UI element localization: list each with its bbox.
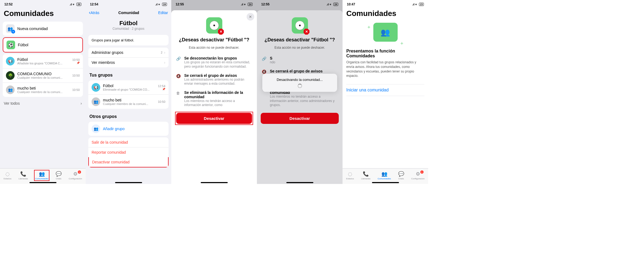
group-name: Fútbol [17, 57, 71, 62]
confirm-modal-dimmed: ✕ ¿Deseas desactivar "Fútbol "? Esta acc… [257, 10, 343, 184]
toast-text: Desactivando la comunidad... [266, 78, 333, 82]
group-time: 10:50 [72, 74, 80, 77]
phone-icon: 📞 [20, 171, 26, 177]
status-icons: .ıl ᯤ 26 [70, 3, 81, 6]
tab-llamadas[interactable]: 📞Llamadas [361, 171, 371, 180]
confirm-modal: ✕ ✕ ¿Deseas desactivar "Fútbol "? Esta a… [171, 10, 257, 184]
your-groups-list: 📢 FútbolEliminaste el grupo "COMIDA CO..… [88, 80, 169, 109]
community-item[interactable]: ⚽ Fútbol [3, 37, 83, 52]
group-sub: Cualquier miembro de la comuni... [17, 76, 71, 79]
community-subtitle: Comunidad · 2 grupos [88, 27, 169, 31]
sparkle-icon: ✦ [400, 41, 404, 47]
status-icons: .ıl ᯤ 24 [241, 3, 253, 6]
add-group-card[interactable]: 👥 Añadir grupo [88, 122, 169, 136]
tab-estados[interactable]: ◌Estados [4, 171, 11, 180]
home-indicator [286, 182, 313, 183]
gear-icon: ⚙ [73, 171, 78, 177]
list-item[interactable]: 🌳 COMIDA COMUNIOCualquier miembro de la … [3, 68, 83, 83]
time: 12:55 [261, 2, 270, 6]
list-item[interactable]: 📢 FútbolAñadiste los grupos "COMIDA C...… [3, 54, 83, 68]
chevron-right-icon: › [164, 50, 165, 55]
highlight-frame: Desactivar [175, 112, 253, 125]
add-group-label: Añadir grupo [103, 127, 165, 131]
football-icon [210, 21, 219, 30]
sparkle-icon: ✦ [367, 24, 371, 30]
new-community-label: Nueva comunidad [17, 27, 80, 31]
battery-icon: 24 [333, 3, 338, 6]
close-button[interactable]: ✕ [247, 13, 254, 21]
battery-icon: 24 [162, 3, 167, 6]
phone-icon: 📞 [363, 171, 369, 177]
status-bar: 12:52 .ıl ᯤ 26 [0, 0, 86, 8]
trash-icon: 🗑 [176, 90, 182, 107]
edit-button[interactable]: Editar [158, 11, 168, 15]
chat-icon: 💬 [398, 171, 404, 177]
deactivate-button[interactable]: Desactivar comunidad [88, 157, 169, 167]
admin-count: 2 [161, 51, 162, 54]
tab-estados[interactable]: ◌Estados [346, 171, 354, 180]
group-time: 12:54 [158, 84, 165, 88]
start-community-button[interactable]: Iniciar una comunidad [346, 88, 389, 92]
remove-badge-icon: ✕ [218, 29, 224, 35]
remove-badge-icon: ✕ [304, 29, 310, 35]
see-all-button[interactable]: Ver todos› [0, 98, 86, 108]
info-disconnect: 🔗Sndo [261, 54, 339, 67]
chat-icon: 💬 [56, 171, 62, 177]
new-community-card[interactable]: 👥+ Nueva comunidad [3, 22, 83, 36]
group-avatar: 👥 [92, 97, 100, 106]
page-title: Comunidades [0, 8, 86, 20]
group-time: 10:50 [72, 58, 80, 61]
status-icons: .ıl ᯤ 23 [412, 3, 424, 6]
report-button[interactable]: Reportar comunidad [88, 147, 169, 157]
tab-chats[interactable]: 💬Chats [398, 171, 404, 180]
community-plus-icon: 👥+ [6, 24, 15, 33]
battery-icon: 26 [76, 3, 81, 6]
list-item[interactable]: 📢 FútbolEliminaste el grupo "COMIDA CO..… [88, 80, 169, 94]
deactivate-confirm-button[interactable]: Desactivar [176, 113, 252, 124]
screen-community-detail: 12:54 .ıl ᯤ 24 ‹ Atrás Comunidad Editar … [86, 0, 171, 184]
pin-icon: 📌 [158, 88, 165, 91]
badge: 1 [78, 170, 81, 174]
back-button[interactable]: ‹ Atrás [89, 10, 99, 15]
tab-bar: ◌Estados 📞Llamadas 👥Comunidades 💬Chats ⚙… [0, 168, 86, 184]
unlink-icon: 🔗 [176, 56, 182, 69]
view-members-button[interactable]: Ver miembros › [88, 57, 169, 67]
group-time: 10:50 [158, 100, 165, 103]
page-title: Comunidades [343, 8, 428, 20]
tab-chats[interactable]: 💬Chats [56, 171, 62, 180]
danger-section: Salir de la comunidad Reportar comunidad… [88, 137, 169, 167]
modal-title: ¿Deseas desactivar "Fútbol "? [175, 35, 253, 45]
tab-config[interactable]: ⚙Configuración1 [69, 171, 82, 180]
home-indicator [201, 182, 228, 183]
group-sub: Cualquier miembro de la comuni... [103, 102, 156, 105]
screen-deactivate-confirm: 12:55 .ıl ᯤ 24 ✕ ✕ ¿Deseas desactivar "F… [171, 0, 257, 184]
intro-heading: Presentamos la función Comunidades [346, 49, 424, 60]
tab-llamadas[interactable]: 📞Llamadas [19, 171, 28, 180]
screen-deactivating: 12:55 .ıl ᯤ 24 ✕ ¿Deseas desactivar "Fút… [257, 0, 343, 184]
group-name: mucho beti [103, 98, 156, 102]
your-groups-label: Tus grupos [86, 69, 171, 79]
group-time: 10:50 [72, 88, 80, 91]
time: 12:52 [4, 2, 13, 6]
home-indicator [29, 182, 56, 183]
list-item[interactable]: 👥 mucho betiCualquier miembro de la comu… [3, 83, 83, 97]
modal-subtitle: Esta acción no se puede deshacer. [175, 45, 253, 54]
nav-title: Comunidad [118, 11, 139, 15]
list-item[interactable]: 👥 mucho betiCualquier miembro de la comu… [88, 94, 169, 109]
community-header: Fútbol Comunidad · 2 grupos [86, 18, 171, 33]
home-indicator [115, 182, 142, 183]
admin-groups-button[interactable]: Administrar grupos 2 › [88, 48, 169, 57]
group-avatar: 🌳 [6, 71, 15, 80]
group-sub: Eliminaste el grupo "COMIDA CO... [103, 88, 156, 91]
chevron-right-icon: › [81, 101, 82, 105]
group-name: mucho beti [17, 86, 71, 90]
announce-icon: 📢 [92, 83, 100, 92]
tab-comunidades[interactable]: 👥Comunidades [35, 171, 48, 180]
tab-bar: ◌Estados 📞Llamadas 👥Comunidades 💬Chats ⚙… [343, 168, 428, 184]
tab-comunidades[interactable]: 👥Comunidades [378, 171, 391, 180]
battery-icon: 23 [419, 3, 424, 6]
leave-button[interactable]: Salir de la comunidad [88, 137, 169, 147]
tab-config[interactable]: ⚙Configuración1 [411, 171, 424, 180]
deactivate-confirm-button[interactable]: Desactivar [261, 113, 339, 124]
announce-icon: 📢 [6, 57, 15, 65]
